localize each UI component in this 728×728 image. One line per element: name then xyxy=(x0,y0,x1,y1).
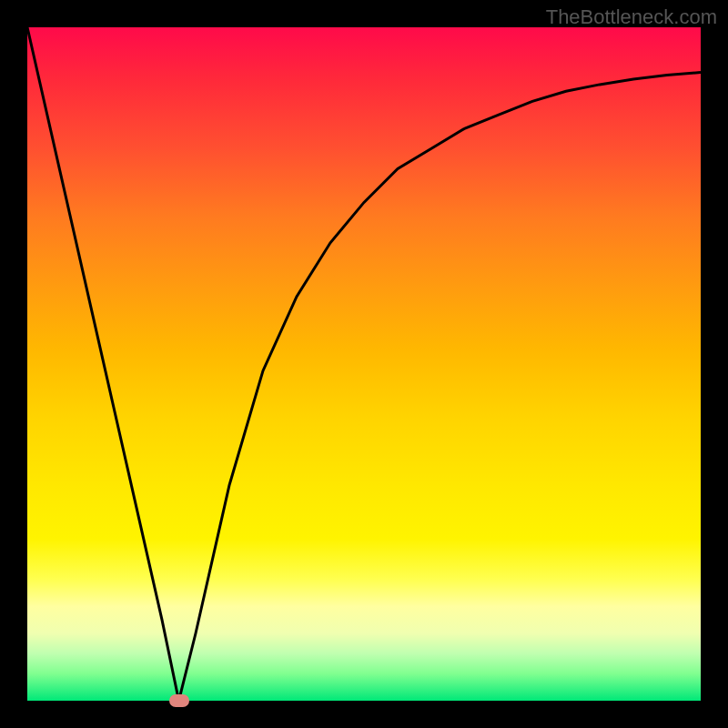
watermark-text: TheBottleneck.com xyxy=(546,5,717,29)
optimal-marker xyxy=(169,694,189,707)
chart-plot-area xyxy=(27,27,701,701)
bottleneck-curve-path xyxy=(27,27,701,701)
chart-curve-svg xyxy=(27,27,701,701)
